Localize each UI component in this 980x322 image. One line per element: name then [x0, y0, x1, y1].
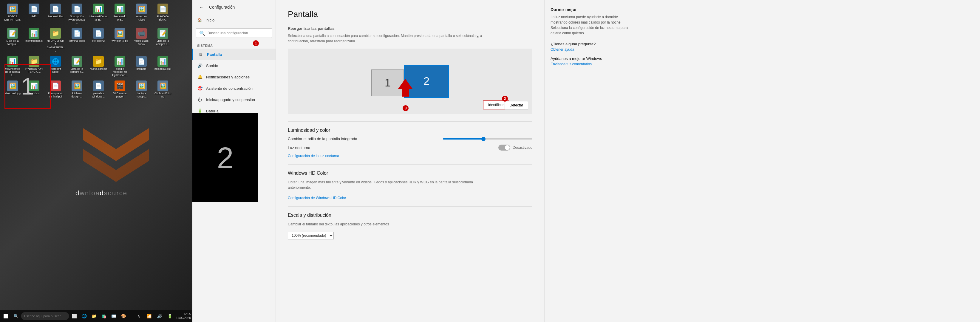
network-icon[interactable]: 📶 [145, 312, 154, 320]
brightness-label: Cambiar el brillo de la pantalla integra… [288, 136, 357, 141]
sidebar-item-pantalla[interactable]: 🖥 Pantalla [192, 49, 275, 60]
desktop-icon-movimientos[interactable]: 📊 movimientos.x... [24, 27, 44, 53]
desktop-icon-clipboard[interactable]: 🖼️ Clipboard01.png [153, 79, 173, 100]
brightness-row: Cambiar el brillo de la pantalla integra… [288, 136, 532, 141]
night-light-config-link[interactable]: Configuración de la luz nocturna [288, 154, 339, 158]
annotation-3-badge: 3 [402, 105, 409, 111]
page-title: Pantalla [288, 10, 532, 19]
sidebar-item-sonido[interactable]: 🔊 Sonido [192, 60, 275, 71]
svg-marker-6 [398, 79, 413, 97]
watermark-text: dwnloadsource [75, 189, 127, 197]
taskbar: 🔍 ⬜ 🌐 📁 🛍️ ✉️ 🎨 ∧ 📶 🔊 🔋 12:55 14/02/2020 [0, 310, 192, 322]
store-taskbar[interactable]: 🛍️ [99, 312, 108, 320]
desktop-icon-pantallas[interactable]: 📄 pantallas windows... [88, 79, 108, 100]
desktop-icon-kitchen[interactable]: 🖼️ kitchen-design-... [67, 79, 87, 100]
settings-search[interactable]: 🔍 [196, 29, 272, 38]
taskbar-search-input[interactable] [21, 312, 69, 320]
svg-rect-4 [3, 316, 6, 319]
sistema-section-label: Sistema [192, 40, 275, 49]
start-button[interactable] [2, 312, 10, 320]
scale-description: Cambiar el tamaño del texto, las aplicac… [288, 222, 496, 227]
scale-dropdown[interactable]: 100% (recomendado) [288, 232, 334, 240]
monitor-2-arrangement-num: 2 [423, 75, 430, 88]
reorganize-description: Selecciona una pantalla a continuación p… [288, 33, 496, 44]
detect-button[interactable]: Detectar [504, 101, 528, 109]
search-taskbar-icon[interactable]: 🔍 [11, 312, 20, 320]
desktop-icon-vlc[interactable]: 🎬 VLC media player [110, 79, 130, 100]
tips-panel: Dormir mejor La luz nocturna puede ayuda… [544, 0, 634, 322]
sonido-icon: 🔊 [197, 63, 202, 68]
desktop-icon-proposal[interactable]: 📄 Proposal Flat [45, 2, 65, 25]
display-arrangement: 1 2 2 3 Identificar Detectar [288, 49, 532, 114]
file-explorer-taskbar[interactable]: 📁 [89, 312, 99, 320]
annotation-1-badge: 1 [253, 40, 259, 46]
mail-taskbar[interactable]: ✉️ [109, 312, 118, 320]
hdr-config-link[interactable]: Configuración de Windows HD Color [288, 196, 346, 200]
desktop-icon-procesado[interactable]: 📊 Procesado WB1 [110, 2, 130, 25]
sidebar-item-inicio-apagado[interactable]: ⏻ Inicio/apagado y suspensión [192, 94, 275, 105]
desktop-icon-termina1[interactable]: 📄 termina-didoc [67, 27, 87, 53]
desktop-icon-laptop[interactable]: 🖼️ Laptop-Transpa... [131, 79, 151, 100]
battery-icon2: 🔋 [197, 108, 202, 114]
hdr-heading: Windows HD Color [288, 171, 532, 176]
sleep-better-heading: Dormir mejor [550, 7, 628, 12]
back-button[interactable]: ← [197, 3, 205, 11]
monitor-1-preview: 1 [5, 64, 51, 109]
clock: 12:55 14/02/2020 [176, 312, 191, 320]
configuracion-title: Configuración [209, 5, 235, 10]
brightness-slider-container [443, 138, 532, 140]
desktop-icon-hydrosport1[interactable]: 📁 HYDROSPORT ENGIGSHOB... [45, 27, 65, 53]
desktop-icon-ww-icon[interactable]: 🖼️ ww-icon-4.jpeg [131, 2, 151, 25]
main-settings-area: Pantalla Reorganizar las pantallas Selec… [276, 0, 544, 322]
desktop-icon-fotos[interactable]: 🖼️ FOTOS DEFINITIVAS [2, 2, 23, 25]
svg-rect-3 [6, 314, 8, 316]
desktop-icon-lista3[interactable]: 📝 Lista de la compra it... [67, 55, 87, 78]
slider-thumb [481, 137, 485, 141]
scale-heading: Escala y distribución [288, 213, 532, 218]
ps-taskbar[interactable]: 🎨 [119, 312, 128, 320]
show-hidden-icons[interactable]: ∧ [134, 312, 143, 320]
desktop-icon-ele1[interactable]: 📄 ele-bloon2 [88, 27, 108, 53]
brightness-slider[interactable] [443, 138, 532, 140]
desktop-icon-suscripcion[interactable]: 📄 Suscripción HydroSponda... [67, 2, 87, 25]
slider-fill [443, 138, 483, 140]
desktop-icon-wwicon4[interactable]: 🖼️ ww-icon-4.jpg [110, 27, 130, 53]
reorganize-title: Reorganizar las pantallas [288, 26, 532, 31]
desktop-icon-pds[interactable]: 📄 PdS [24, 2, 44, 25]
svg-rect-2 [3, 314, 6, 316]
notificaciones-icon: 🔔 [197, 74, 202, 79]
night-light-status: Desactivado [513, 146, 532, 150]
monitor-2-preview-overlay: 2 [192, 113, 258, 202]
feedback-link[interactable]: Envíanos tus comentarios [550, 62, 628, 66]
desktop-icon-lista1[interactable]: 📝 Lista de la compra... [2, 27, 23, 53]
task-view-button[interactable]: ⬜ [70, 312, 79, 320]
battery-icon[interactable]: 🔋 [165, 312, 175, 320]
annotation-2-badge: 2 [502, 96, 508, 102]
desktop-icon-video-bf[interactable]: 📹 Video Black Friday [131, 27, 151, 53]
power-label: Inicio/apagado y suspensión [206, 97, 255, 102]
desktop-icon-fia[interactable]: 📄 FIA-CAD-Block... [153, 2, 173, 25]
help-link[interactable]: Obtener ayuda [550, 48, 628, 52]
bateria-label: Batería [206, 109, 219, 113]
sidebar-item-asistente[interactable]: 🎯 Asistente de concentración [192, 82, 275, 94]
improve-heading: Ayúdanos a mejorar Windows [550, 56, 628, 61]
desktop-icon-google-mgr[interactable]: 📊 google manager for Hydrosport... [110, 55, 130, 78]
desktop-icon-nueva-carpeta[interactable]: 📁 Nueva carpeta [88, 55, 108, 78]
sidebar-item-notificaciones[interactable]: 🔔 Notificaciones y acciones [192, 71, 275, 82]
monitor-1-arrangement-num: 1 [385, 77, 391, 89]
desktop-icon-lista2[interactable]: 📝 Lista de la compra it... [153, 27, 173, 53]
desktop-icon-promela[interactable]: 📄 promela [131, 55, 151, 78]
inicio-link[interactable]: 🏠 Inicio [192, 14, 275, 26]
settings-search-input[interactable] [208, 31, 269, 35]
night-light-toggle[interactable] [498, 144, 510, 151]
red-arrow [398, 79, 413, 98]
sound-icon[interactable]: 🔊 [155, 312, 164, 320]
pantalla-icon: 🖥 [198, 52, 204, 57]
desktop-icon-noloaplay[interactable]: 📊 noloaplay.xlsx [153, 55, 173, 78]
desktop-icon-macros[interactable]: 📊 Macros/Fórmulas E... [88, 2, 108, 25]
edge-taskbar[interactable]: 🌐 [80, 312, 89, 320]
luminosity-heading: Luminosidad y color [288, 128, 532, 133]
divider-2 [288, 164, 532, 165]
asistente-label: Asistente de concentración [206, 86, 253, 90]
notificaciones-label: Notificaciones y acciones [206, 75, 250, 79]
